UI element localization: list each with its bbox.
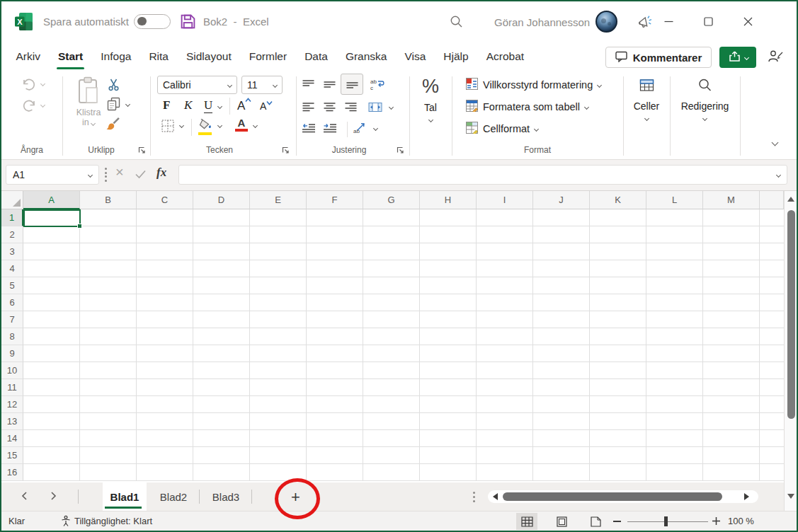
column-header-C[interactable]: C <box>137 191 193 209</box>
menu-tab-acrobat[interactable]: Acrobat <box>477 42 532 71</box>
copy-chevron-icon[interactable] <box>125 102 130 107</box>
cell-styles-button[interactable]: Cellformat <box>466 120 538 137</box>
insert-function-icon[interactable]: fx <box>156 166 166 180</box>
cells-group-button[interactable]: Celler <box>623 78 670 120</box>
close-button[interactable] <box>737 7 758 35</box>
increase-indent-icon[interactable] <box>323 123 337 137</box>
column-header-D[interactable]: D <box>193 191 250 209</box>
align-left-icon[interactable] <box>302 102 315 115</box>
fill-handle[interactable] <box>77 224 82 229</box>
column-header-I[interactable]: I <box>477 191 533 209</box>
sheet-next-icon[interactable] <box>48 491 59 502</box>
zoom-slider-thumb[interactable] <box>664 516 668 526</box>
sheet-tab-blad2[interactable]: Blad2 <box>148 482 199 511</box>
row-header-11[interactable]: 11 <box>1 379 23 396</box>
row-header-6[interactable]: 6 <box>1 294 23 311</box>
underline-chevron-icon[interactable] <box>217 104 222 109</box>
menu-tab-sidlayout[interactable]: Sidlayout <box>177 42 240 71</box>
menu-tab-granska[interactable]: Granska <box>336 42 396 71</box>
maximize-button[interactable] <box>697 7 719 35</box>
comments-button[interactable]: Kommentarer <box>605 47 712 68</box>
cut-icon[interactable] <box>108 78 120 94</box>
row-header-5[interactable]: 5 <box>1 277 23 294</box>
font-size-combo[interactable]: 11 <box>241 76 283 94</box>
editing-group-button[interactable]: Redigering <box>670 78 740 120</box>
avatar[interactable] <box>595 11 617 33</box>
redo-button[interactable] <box>21 99 38 115</box>
column-header-K[interactable]: K <box>590 191 646 209</box>
number-format-button[interactable]: % Tal <box>409 76 452 122</box>
font-color-icon[interactable]: A <box>235 117 248 132</box>
row-header-8[interactable]: 8 <box>1 328 23 345</box>
selected-cell[interactable] <box>23 209 81 227</box>
menu-tab-hjälp[interactable]: Hjälp <box>435 42 477 71</box>
column-header-A[interactable]: A <box>23 191 80 209</box>
zoom-slider[interactable] <box>627 521 708 522</box>
align-top-icon[interactable] <box>302 79 315 93</box>
clipboard-dialog-launcher[interactable] <box>138 144 147 153</box>
column-header-B[interactable]: B <box>80 191 137 209</box>
column-header-H[interactable]: H <box>420 191 477 209</box>
alignment-dialog-launcher[interactable] <box>397 144 405 153</box>
row-header-12[interactable]: 12 <box>1 396 23 413</box>
fill-color-icon[interactable] <box>198 119 213 135</box>
column-header-G[interactable]: G <box>363 191 420 209</box>
column-header-M[interactable]: M <box>703 191 760 209</box>
vertical-scrollbar[interactable] <box>784 191 797 511</box>
borders-chevron-icon[interactable] <box>179 123 184 128</box>
page-layout-view-button[interactable] <box>551 513 572 530</box>
zoom-out-icon[interactable] <box>613 521 621 522</box>
scroll-left-icon[interactable] <box>493 493 498 500</box>
row-header-14[interactable]: 14 <box>1 430 23 447</box>
align-bottom-button-selected[interactable] <box>341 74 363 95</box>
select-all-corner[interactable] <box>1 191 23 209</box>
menu-tab-data[interactable]: Data <box>296 42 337 71</box>
zoom-level[interactable]: 100 % <box>728 516 754 526</box>
accessibility-status[interactable]: Tillgänglighet: Klart <box>74 516 152 526</box>
borders-icon[interactable] <box>161 120 175 136</box>
align-middle-icon[interactable] <box>323 79 336 93</box>
menu-tab-arkiv[interactable]: Arkiv <box>7 42 49 71</box>
redo-chevron-icon[interactable] <box>40 103 45 108</box>
sheet-tab-blad1[interactable]: Blad1 <box>103 482 147 511</box>
menu-tab-visa[interactable]: Visa <box>396 42 435 71</box>
scroll-down-icon[interactable] <box>787 494 794 499</box>
sheet-prev-icon[interactable] <box>20 491 31 502</box>
column-header-J[interactable]: J <box>533 191 590 209</box>
search-icon[interactable] <box>450 15 463 31</box>
decrease-indent-icon[interactable] <box>302 123 316 137</box>
minimize-button[interactable] <box>658 7 679 35</box>
orientation-chevron-icon[interactable] <box>373 126 378 131</box>
row-header-16[interactable]: 16 <box>1 464 23 481</box>
sheet-tab-blad3[interactable]: Blad3 <box>200 482 251 511</box>
row-header-10[interactable]: 10 <box>1 362 23 379</box>
undo-chevron-icon[interactable] <box>40 81 45 86</box>
horizontal-scrollbar[interactable] <box>488 490 758 503</box>
page-break-view-button[interactable] <box>585 513 606 530</box>
italic-button[interactable]: K <box>184 98 192 112</box>
normal-view-button[interactable] <box>516 513 537 530</box>
user-name[interactable]: Göran Johannesson <box>494 16 590 28</box>
copy-icon[interactable] <box>106 97 121 115</box>
cancel-icon[interactable]: × <box>115 164 124 180</box>
row-header-1[interactable]: 1 <box>1 209 23 226</box>
merge-chevron-icon[interactable] <box>389 105 394 110</box>
undo-button[interactable] <box>21 78 38 94</box>
enter-icon[interactable] <box>135 169 146 182</box>
row-header-2[interactable]: 2 <box>1 226 23 243</box>
scroll-right-icon[interactable] <box>744 493 749 500</box>
menu-tab-start[interactable]: Start <box>49 42 91 71</box>
formula-bar-handle[interactable] <box>105 168 107 182</box>
menu-tab-infoga[interactable]: Infoga <box>92 42 140 71</box>
row-header-13[interactable]: 13 <box>1 413 23 430</box>
paste-button[interactable]: Klistrain <box>75 76 102 127</box>
announcement-icon[interactable] <box>635 13 656 35</box>
formula-input[interactable] <box>178 165 787 185</box>
format-as-table-button[interactable]: Formatera som tabell <box>466 98 588 115</box>
row-header-15[interactable]: 15 <box>1 447 23 464</box>
scroll-up-icon[interactable] <box>787 197 794 202</box>
orientation-icon[interactable]: ab <box>353 122 369 137</box>
row-header-7[interactable]: 7 <box>1 311 23 328</box>
row-header-9[interactable]: 9 <box>1 345 23 362</box>
share-button[interactable] <box>719 47 756 68</box>
